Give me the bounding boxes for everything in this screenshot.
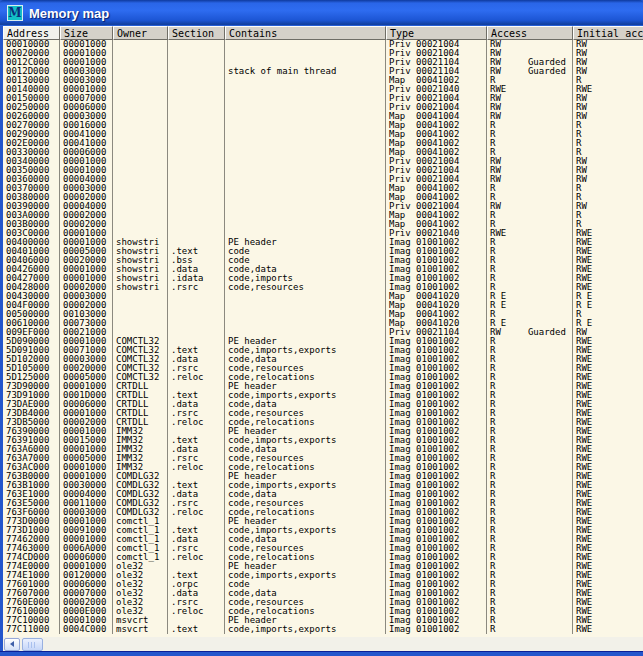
table-row[interactable]: 0050000000103000Map 00041002RR: [3, 310, 643, 319]
table-row[interactable]: 77C1000000001000msvcrtPE headerImag 0100…: [3, 616, 643, 625]
table-row[interactable]: 7639000000001000IMM32PE headerImag 01001…: [3, 427, 643, 436]
table-row[interactable]: 774CD00000006000comctl_1.reloccode,reloc…: [3, 553, 643, 562]
scrollbar-thumb[interactable]: [22, 638, 43, 651]
table-row[interactable]: 0042800000002000showstri.rsrccode,resour…: [3, 283, 643, 292]
table-row[interactable]: 0035000000001000Priv 00021004RWRW: [3, 166, 643, 175]
table-row[interactable]: 73DB500000002000CRTDLL.reloccode,relocat…: [3, 418, 643, 427]
table-row[interactable]: 77C110000004C000msvcrt.textcode,imports,…: [3, 625, 643, 634]
cell-access: R: [487, 499, 573, 508]
table-row[interactable]: 004F000000002000Map 00041020R ER E: [3, 301, 643, 310]
cell-type: Priv 00021004: [386, 166, 487, 175]
table-row[interactable]: 774630000006A000comctl_1.rsrccode,resour…: [3, 544, 643, 553]
table-row[interactable]: 0013000000003000Map 00041002RR: [3, 76, 643, 85]
table-row[interactable]: 73D910000001D000CRTDLL.textcode,imports,…: [3, 391, 643, 400]
table-row[interactable]: 0042600000001000showstri.datacode,dataIm…: [3, 265, 643, 274]
cell-initial_access: RWE: [573, 562, 643, 571]
table-row[interactable]: 0002000000001000Priv 00021004RWRW: [3, 49, 643, 58]
cell-contains: [225, 130, 386, 139]
table-row[interactable]: 0025000000006000Priv 00021004RWRW: [3, 103, 643, 112]
cell-address: 00426000: [3, 265, 60, 274]
cell-type: Priv 00021004: [386, 103, 487, 112]
column-header-section[interactable]: Section: [168, 26, 225, 40]
table-row[interactable]: 73DAE00000006000CRTDLL.datacode,dataImag…: [3, 400, 643, 409]
cell-contains: code,data: [225, 490, 386, 499]
table-row[interactable]: 5D10500000020000COMCTL32.rsrccode,resour…: [3, 364, 643, 373]
cell-address: 002E0000: [3, 139, 60, 148]
column-header-address[interactable]: Address: [3, 26, 60, 40]
table-row[interactable]: 003A000000002000Map 00041002RR: [3, 211, 643, 220]
column-header-type[interactable]: Type: [386, 26, 487, 40]
table-row[interactable]: 009EF00000021000Priv 00021104RW GuardedR…: [3, 328, 643, 337]
cell-contains: PE header: [225, 472, 386, 481]
horizontal-scrollbar[interactable]: [3, 637, 643, 651]
table-row[interactable]: 763F600000003000COMDLG32.reloccode,reloc…: [3, 508, 643, 517]
table-row[interactable]: 763B000000001000COMDLG32PE headerImag 01…: [3, 472, 643, 481]
table-row[interactable]: 5D10200000003000COMCTL32.datacode,dataIm…: [3, 355, 643, 364]
column-header-access[interactable]: Access: [487, 26, 573, 40]
titlebar[interactable]: M Memory map: [0, 0, 643, 26]
table-row[interactable]: 5D09100000071000COMCTL32.textcode,import…: [3, 346, 643, 355]
table-row[interactable]: 0015000000007000Priv 00021004RWRW: [3, 94, 643, 103]
table-row[interactable]: 5D09000000001000COMCTL32PE headerImag 01…: [3, 337, 643, 346]
cell-address: 5D091000: [3, 346, 60, 355]
table-row[interactable]: 003C000000001000Priv 00021040RWERWE: [3, 229, 643, 238]
table-row[interactable]: 0043000000003000Map 00041020R ER E: [3, 292, 643, 301]
table-row[interactable]: 0036000000004000Priv 00021004RWRW: [3, 175, 643, 184]
table-row[interactable]: 763AC00000001000IMM32.reloccode,relocati…: [3, 463, 643, 472]
cell-access: R: [487, 382, 573, 391]
table-row[interactable]: 0038000000002000Map 00041002RR: [3, 193, 643, 202]
table-row[interactable]: 0037000000003000Map 00041002RR: [3, 184, 643, 193]
table-row[interactable]: 773D000000001000comctl_1PE headerImag 01…: [3, 517, 643, 526]
table-row[interactable]: 73D9000000001000CRTDLLPE headerImag 0100…: [3, 382, 643, 391]
table-row[interactable]: 763A700000005000IMM32.rsrccode,resources…: [3, 454, 643, 463]
table-row[interactable]: 763E500000011000COMDLG32.rsrccode,resour…: [3, 499, 643, 508]
table-row[interactable]: 0061000000073000Map 00041020R ER E: [3, 319, 643, 328]
table-row[interactable]: 0040100000005000showstri.textcodeImag 01…: [3, 247, 643, 256]
table-row[interactable]: 5D12500000005000COMCTL32.reloccode,reloc…: [3, 373, 643, 382]
table-row[interactable]: 763E100000004000COMDLG32.datacode,dataIm…: [3, 490, 643, 499]
cell-address: 00010000: [3, 40, 60, 49]
cell-contains: code,resources: [225, 544, 386, 553]
cell-owner: [113, 112, 168, 121]
table-row[interactable]: 002E000000041000Map 00041002RR: [3, 139, 643, 148]
column-header-size[interactable]: Size: [60, 26, 113, 40]
table-row[interactable]: 0029000000041000Map 00041002RR: [3, 130, 643, 139]
table-row[interactable]: 7639100000015000IMM32.textcode,imports,e…: [3, 436, 643, 445]
table-row[interactable]: 0012C00000001000Priv 00021104RW GuardedR…: [3, 58, 643, 67]
scroll-left-button[interactable]: [4, 638, 20, 651]
cell-contains: code,imports,exports: [225, 526, 386, 535]
table-row[interactable]: 763A600000001000IMM32.datacode,dataImag …: [3, 445, 643, 454]
table-row[interactable]: 7760100000006000ole32.orpccodeImag 01001…: [3, 580, 643, 589]
table-row[interactable]: 0001000000001000Priv 00021004RWRW: [3, 40, 643, 49]
column-header-contains[interactable]: Contains: [225, 26, 386, 40]
table-row[interactable]: 0027000000016000Map 00041002RR: [3, 121, 643, 130]
table-row[interactable]: 003B000000002000Map 00041002RR: [3, 220, 643, 229]
cell-owner: CRTDLL: [113, 391, 168, 400]
table-row[interactable]: 0034000000001000Priv 00021004RWRW: [3, 157, 643, 166]
cell-initial_access: RW: [573, 67, 643, 76]
table-row[interactable]: 774E000000001000ole32PE headerImag 01001…: [3, 562, 643, 571]
cell-contains: [225, 58, 386, 67]
cell-contains: [225, 301, 386, 310]
table-row[interactable]: 763B100000030000COMDLG32.textcode,import…: [3, 481, 643, 490]
table-row[interactable]: 0033000000006000Map 00041002RR: [3, 148, 643, 157]
table-row[interactable]: 0039000000004000Priv 00021004RWRW: [3, 202, 643, 211]
column-header-owner[interactable]: Owner: [113, 26, 168, 40]
table-row[interactable]: 73DB400000001000CRTDLL.rsrccode,resource…: [3, 409, 643, 418]
table-row[interactable]: 7760700000007000ole32.datacode,dataImag …: [3, 589, 643, 598]
cell-size: 00021000: [60, 328, 113, 337]
cell-access: R: [487, 580, 573, 589]
table-row[interactable]: 776100000000E000ole32.reloccode,relocati…: [3, 607, 643, 616]
table-row[interactable]: 0042700000001000showstri.idatacode,impor…: [3, 274, 643, 283]
table-row[interactable]: 0012D00000003000stack of main threadPriv…: [3, 67, 643, 76]
table-row[interactable]: 773D100000091000comctl_1.textcode,import…: [3, 526, 643, 535]
table-row[interactable]: 0040600000020000showstri.bsscodeImag 010…: [3, 256, 643, 265]
table-row[interactable]: 7760E00000002000ole32.rsrccode,resources…: [3, 598, 643, 607]
table-row[interactable]: 0026000000003000Map 00041004RWRW: [3, 112, 643, 121]
column-header-initial-access[interactable]: Initial acc: [573, 26, 643, 40]
cell-initial_access: RWE: [573, 283, 643, 292]
table-row[interactable]: 774E100000120000ole32.textcode,imports,e…: [3, 571, 643, 580]
table-row[interactable]: 0014000000001000Priv 00021040RWERWE: [3, 85, 643, 94]
table-row[interactable]: 7746200000001000comctl_1.datacode,dataIm…: [3, 535, 643, 544]
table-row[interactable]: 0040000000001000showstriPE headerImag 01…: [3, 238, 643, 247]
